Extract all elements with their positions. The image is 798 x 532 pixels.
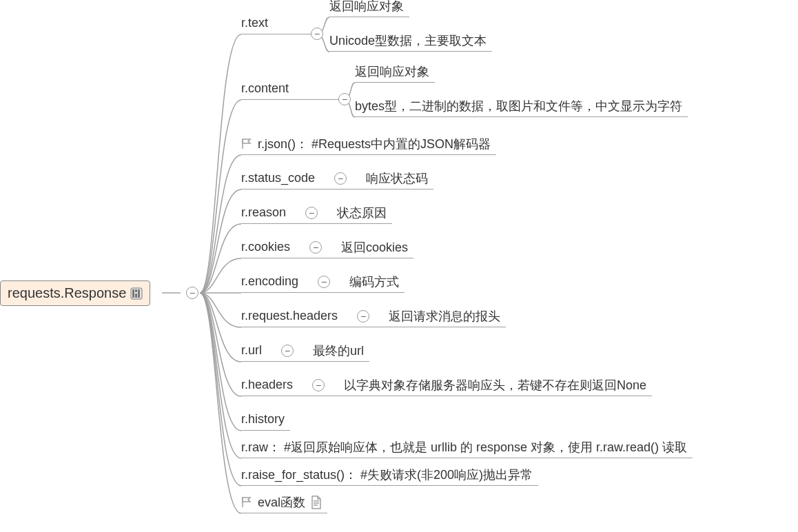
toggle-rheaders[interactable]: − xyxy=(312,379,325,391)
node-label: r.raw： #返回原始响应体，也就是 urllib 的 response 对象… xyxy=(241,439,687,456)
node-rcontent-b[interactable]: bytes型，二进制的数据，取图片和文件等，中文显示为字符 xyxy=(355,95,688,117)
node-rcookies[interactable]: r.cookies − 返回cookies xyxy=(241,236,413,258)
node-rencoding[interactable]: r.encoding − 编码方式 xyxy=(241,271,405,293)
svg-rect-4 xyxy=(135,294,137,298)
node-label: r.status_code xyxy=(241,171,315,185)
node-detail: 以字典对象存储服务器响应头，若键不存在则返回None xyxy=(344,377,646,393)
class-icon xyxy=(130,287,143,300)
node-rreason[interactable]: r.reason − 状态原因 xyxy=(241,202,392,224)
toggle-rtext[interactable]: − xyxy=(311,28,323,40)
node-detail: 响应状态码 xyxy=(366,170,428,187)
root-node[interactable]: requests.Response xyxy=(0,280,150,306)
node-label: r.reason xyxy=(241,205,286,220)
note-icon xyxy=(311,495,322,509)
flag-icon xyxy=(241,139,252,150)
node-rtext-b[interactable]: Unicode型数据，主要取文本 xyxy=(329,30,492,52)
node-label: 返回响应对象 xyxy=(329,0,404,14)
node-detail: 状态原因 xyxy=(337,205,387,221)
node-detail: 最终的url xyxy=(313,342,364,359)
toggle-rreason[interactable]: − xyxy=(305,207,318,219)
node-rraise[interactable]: r.raise_for_status()： #失败请求(非200响应)抛出异常 xyxy=(241,464,538,486)
svg-rect-1 xyxy=(132,289,134,298)
node-rraw[interactable]: r.raw： #返回原始响应体，也就是 urllib 的 response 对象… xyxy=(241,436,693,458)
node-rhistory[interactable]: r.history xyxy=(241,409,290,431)
toggle-rstatus[interactable]: − xyxy=(334,172,347,185)
node-label: r.history xyxy=(241,412,285,427)
flag-icon xyxy=(241,497,252,508)
node-rtext[interactable]: r.text − xyxy=(241,12,317,34)
toggle-rcontent[interactable]: − xyxy=(338,93,351,105)
toggle-rencoding[interactable]: − xyxy=(318,276,330,288)
node-label: r.content xyxy=(241,81,289,96)
node-rstatus[interactable]: r.status_code − 响应状态码 xyxy=(241,167,433,190)
node-rurl[interactable]: r.url − 最终的url xyxy=(241,340,369,362)
node-label: Unicode型数据，主要取文本 xyxy=(329,32,487,49)
root-toggle[interactable]: − xyxy=(186,287,198,299)
node-rjson[interactable]: r.json()： #Requests中内置的JSON解码器 xyxy=(241,133,496,155)
root-label: requests.Response xyxy=(8,285,126,301)
svg-rect-2 xyxy=(135,289,137,292)
svg-rect-3 xyxy=(138,289,140,298)
node-label: r.headers xyxy=(241,378,293,392)
node-reval[interactable]: eval函数 xyxy=(241,491,327,513)
node-label: bytes型，二进制的数据，取图片和文件等，中文显示为字符 xyxy=(355,98,682,114)
node-rcontent[interactable]: r.content − xyxy=(241,78,345,100)
node-label: r.text xyxy=(241,16,268,30)
node-label: r.encoding xyxy=(241,274,298,289)
node-label: r.url xyxy=(241,343,262,358)
node-detail: 返回请求消息的报头 xyxy=(389,308,500,325)
node-label: eval函数 xyxy=(258,494,305,511)
node-label: 返回响应对象 xyxy=(355,63,429,80)
node-label: r.request.headers xyxy=(241,309,338,323)
node-rreqheaders[interactable]: r.request.headers − 返回请求消息的报头 xyxy=(241,305,506,327)
node-detail: 返回cookies xyxy=(341,239,408,256)
node-label: r.json()： #Requests中内置的JSON解码器 xyxy=(258,136,491,152)
node-label: r.cookies xyxy=(241,240,290,254)
node-detail: 编码方式 xyxy=(349,274,399,290)
toggle-rcookies[interactable]: − xyxy=(309,241,322,254)
node-label: r.raise_for_status()： #失败请求(非200响应)抛出异常 xyxy=(241,467,533,483)
toggle-rurl[interactable]: − xyxy=(281,345,294,357)
node-rheaders[interactable]: r.headers − 以字典对象存储服务器响应头，若键不存在则返回None xyxy=(241,374,652,396)
node-rtext-a[interactable]: 返回响应对象 xyxy=(329,0,409,17)
toggle-rreqheaders[interactable]: − xyxy=(357,310,369,323)
node-rcontent-a[interactable]: 返回响应对象 xyxy=(355,61,435,83)
